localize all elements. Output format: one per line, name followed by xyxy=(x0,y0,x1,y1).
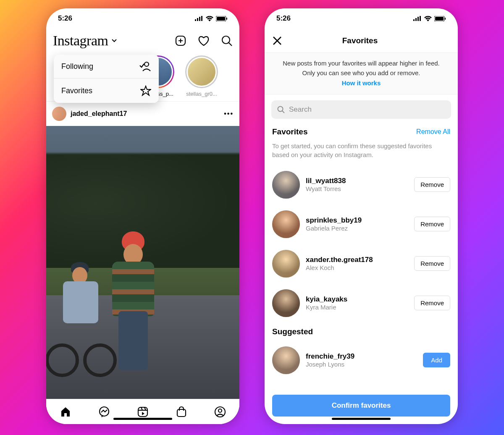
favorites-hint: To get started, you can confirm these su… xyxy=(265,139,458,163)
search-input[interactable]: Search xyxy=(271,100,451,119)
remove-button[interactable]: Remove xyxy=(414,256,450,271)
profile-icon[interactable] xyxy=(214,406,226,418)
suggested-realname: Joseph Lyons xyxy=(306,361,417,368)
svg-line-31 xyxy=(282,111,284,113)
cellular-icon xyxy=(195,16,203,21)
svg-rect-0 xyxy=(195,19,196,21)
status-bar: 5:26 xyxy=(265,8,458,29)
reels-icon[interactable] xyxy=(137,406,149,418)
favorites-header: Favorites xyxy=(265,29,458,53)
avatar[interactable] xyxy=(272,171,300,199)
favorite-realname: Wyatt Torres xyxy=(306,185,408,192)
star-icon xyxy=(140,85,151,96)
chevron-down-icon[interactable] xyxy=(111,38,117,44)
status-bar: 5:26 xyxy=(46,8,239,29)
favorite-row: kyia_kayaks Kyra Marie Remove xyxy=(272,283,450,323)
favorites-list: lil_wyatt838 Wyatt Torres Remove sprinkl… xyxy=(265,163,458,325)
remove-all-link[interactable]: Remove All xyxy=(416,128,450,136)
svg-rect-14 xyxy=(138,407,147,417)
favorite-username[interactable]: lil_wyatt838 xyxy=(306,177,408,185)
add-button[interactable]: Add xyxy=(423,353,450,367)
favorites-section-title: Favorites xyxy=(272,127,307,136)
search-placeholder: Search xyxy=(289,105,312,114)
dropdown-following[interactable]: Following xyxy=(54,55,159,79)
svg-rect-22 xyxy=(415,18,417,21)
shop-icon[interactable] xyxy=(176,406,187,418)
dropdown-following-label: Following xyxy=(61,62,93,71)
remove-button[interactable]: Remove xyxy=(414,217,450,231)
new-post-icon[interactable] xyxy=(175,35,186,47)
post-more-icon[interactable]: ••• xyxy=(224,110,234,118)
how-it-works-link[interactable]: How it works xyxy=(273,79,449,88)
search-icon[interactable] xyxy=(221,35,233,47)
dropdown-favorites-label: Favorites xyxy=(61,86,92,95)
suggested-username[interactable]: frenchie_fry39 xyxy=(306,352,417,361)
svg-rect-26 xyxy=(435,17,444,21)
favorite-realname: Alex Koch xyxy=(306,264,408,271)
svg-rect-23 xyxy=(417,17,419,21)
bottom-navbar xyxy=(46,399,239,424)
favorite-row: sprinkles_bby19 Gabriela Perez Remove xyxy=(272,204,450,244)
avatar[interactable] xyxy=(272,289,300,317)
battery-icon xyxy=(216,16,228,21)
svg-rect-21 xyxy=(413,19,415,21)
phone-feed: 5:26 Instagram Following Favorites Your … xyxy=(46,8,239,424)
svg-rect-1 xyxy=(197,18,198,21)
phone-favorites: 5:26 Favorites New posts from your favor… xyxy=(265,8,458,424)
post-username[interactable]: jaded_elephant17 xyxy=(71,110,127,118)
post-avatar[interactable] xyxy=(52,107,66,121)
wifi-icon xyxy=(206,16,213,21)
cellular-icon xyxy=(413,16,422,21)
svg-rect-18 xyxy=(177,409,186,417)
favorite-username[interactable]: xander.the.great178 xyxy=(306,256,408,264)
info-banner: New posts from your favorites will appea… xyxy=(265,53,458,94)
feed-switch-dropdown: Following Favorites xyxy=(54,55,159,103)
battery-icon xyxy=(434,16,446,21)
home-icon[interactable] xyxy=(60,406,71,418)
wifi-icon xyxy=(424,16,432,21)
remove-button[interactable]: Remove xyxy=(414,296,450,310)
home-indicator[interactable] xyxy=(113,418,172,420)
favorites-title: Favorites xyxy=(270,36,450,45)
svg-rect-5 xyxy=(217,17,225,21)
svg-rect-6 xyxy=(226,18,227,20)
svg-rect-2 xyxy=(199,17,200,21)
favorite-realname: Gabriela Perez xyxy=(306,225,408,232)
svg-rect-27 xyxy=(445,18,446,20)
suggested-list: frenchie_fry39 Joseph Lyons Add xyxy=(265,339,458,382)
suggested-section-title: Suggested xyxy=(272,327,313,336)
svg-line-11 xyxy=(229,43,232,46)
svg-rect-3 xyxy=(201,16,202,21)
avatar[interactable] xyxy=(272,210,300,238)
suggested-row: frenchie_fry39 Joseph Lyons Add xyxy=(272,341,450,380)
favorite-realname: Kyra Marie xyxy=(306,304,408,311)
banner-text-1: New posts from your favorites will appea… xyxy=(283,60,440,67)
svg-point-10 xyxy=(222,36,230,44)
status-icons xyxy=(195,16,228,21)
suggested-section-header: Suggested xyxy=(265,325,458,339)
home-indicator[interactable] xyxy=(332,418,391,420)
search-icon xyxy=(277,106,285,113)
favorite-row: xander.the.great178 Alex Koch Remove xyxy=(272,244,450,283)
favorite-username[interactable]: kyia_kayaks xyxy=(306,295,408,304)
heart-icon[interactable] xyxy=(197,35,210,47)
post-image[interactable] xyxy=(46,126,239,399)
story-item[interactable]: stellas_gr0... xyxy=(183,55,220,97)
svg-point-30 xyxy=(278,106,283,111)
favorite-username[interactable]: sprinkles_bby19 xyxy=(306,216,408,225)
favorite-row: lil_wyatt838 Wyatt Torres Remove xyxy=(272,165,450,204)
story-label: stellas_gr0... xyxy=(186,91,217,97)
following-icon xyxy=(139,61,151,71)
avatar[interactable] xyxy=(272,250,300,278)
messenger-icon[interactable] xyxy=(98,406,110,418)
dropdown-favorites[interactable]: Favorites xyxy=(54,79,159,103)
status-time: 5:26 xyxy=(276,14,291,23)
svg-point-12 xyxy=(144,62,149,66)
favorites-section-header: Favorites Remove All xyxy=(265,125,458,139)
feed-header: Instagram xyxy=(46,29,239,53)
avatar[interactable] xyxy=(272,346,300,374)
banner-text-2: Only you can see who you add or remove. xyxy=(302,69,420,76)
instagram-logo[interactable]: Instagram xyxy=(53,33,108,49)
remove-button[interactable]: Remove xyxy=(414,177,450,192)
confirm-favorites-button[interactable]: Confirm favorites xyxy=(272,395,450,417)
